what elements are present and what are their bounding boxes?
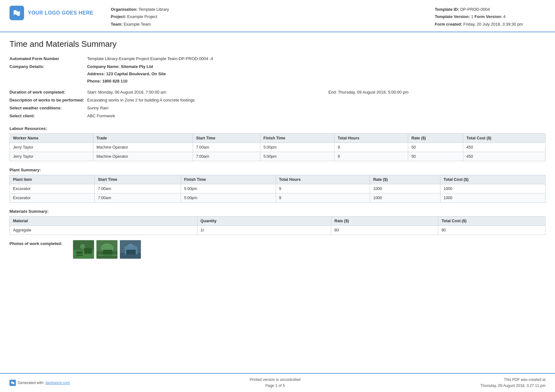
labour-cell-0-5: 50 <box>408 143 463 152</box>
main-content: Time and Materials Summary Automated For… <box>0 32 555 281</box>
labour-resources-title: Labour Resources: <box>9 126 546 131</box>
description-row: Description of works to be performed: Ex… <box>9 96 546 104</box>
labour-cell-0-3: 5:00pm <box>260 143 334 152</box>
plant-cell-1-1: 7:00am <box>95 193 181 203</box>
logo-text: YOUR LOGO GOES HERE <box>28 10 93 16</box>
plant-cell-0-2: 5:00pm <box>181 184 276 193</box>
plant-cell-0-3: 9 <box>276 184 370 193</box>
svg-rect-14 <box>126 250 136 254</box>
company-address: Address: 123 Capital Boulevard, On Site <box>87 71 542 76</box>
org-value: Template Library <box>139 7 169 12</box>
org-line: Organisation: Template Library <box>111 6 435 13</box>
photo-2-svg <box>97 240 118 259</box>
client-label: Select client: <box>9 112 87 120</box>
spacer-row <box>9 85 546 88</box>
labour-cell-1-0: Jerry Taylor <box>10 152 93 161</box>
template-id-line: Template ID: DP-PROD-0004 <box>435 6 546 13</box>
dashpivot-link[interactable]: dashpivot.com <box>45 381 70 385</box>
org-label: Organisation: <box>111 7 138 12</box>
footer-center: Printed version is uncontrolled Page 1 o… <box>250 377 301 389</box>
labour-col-rate: Rate ($) <box>408 134 463 143</box>
plant-cell-0-5: 1000 <box>440 184 545 193</box>
form-created-line: Form created: Friday, 20 July 2018, 3:39… <box>435 21 546 28</box>
logo-icon <box>9 6 24 20</box>
plant-col-cost: Total Cost ($) <box>440 175 545 184</box>
labour-col-cost: Total Cost ($) <box>463 134 546 143</box>
photo-3 <box>120 240 141 259</box>
form-version-value: 4 <box>503 14 506 19</box>
logo-section: YOUR LOGO GOES HERE <box>9 6 98 20</box>
labour-header-row: Worker Name Trade Start Time Finish Time… <box>10 134 546 143</box>
template-version-value: 1 <box>471 14 473 19</box>
labour-cell-1-2: 7:00am <box>193 152 260 161</box>
materials-col-cost: Total Cost ($) <box>438 217 546 226</box>
photos-images <box>73 240 141 259</box>
labour-col-start: Start Time <box>193 134 260 143</box>
plant-cell-1-0: Excavator <box>10 193 95 203</box>
plant-cell-0-4: 1000 <box>370 184 440 193</box>
labour-col-hours: Total Hours <box>334 134 408 143</box>
automated-form-number-row: Automated Form Number Template Library-E… <box>9 55 546 63</box>
logo-svg <box>12 8 22 18</box>
plant-header-row: Plant item Start Time Finish Time Total … <box>10 175 546 184</box>
plant-cell-1-5: 1000 <box>440 193 545 203</box>
plant-summary-table: Plant item Start Time Finish Time Total … <box>9 175 546 203</box>
project-line: Project: Example Project <box>111 13 435 20</box>
photo-3-svg <box>120 240 141 259</box>
plant-row-0: Excavator7:00am5:00pm910001000 <box>10 184 546 193</box>
project-value: Example Project <box>127 14 157 19</box>
company-phone: Phone: 1800 828 110 <box>87 79 542 83</box>
plant-row-1: Excavator7:00am5:00pm910001000 <box>10 193 546 203</box>
svg-rect-5 <box>75 254 94 255</box>
photo-1-svg <box>73 240 94 259</box>
footer-logo-svg <box>10 381 15 385</box>
company-details-row: Company Details: Company Name: Sitemate … <box>9 63 546 85</box>
footer-left: Generated with dashpivot.com <box>9 380 70 386</box>
template-version-label: Template Version: <box>435 14 470 19</box>
photos-section: Photos of work completed: <box>9 240 546 259</box>
client-value: ABC Formwork <box>87 112 546 120</box>
materials-summary-title: Materials Summary: <box>9 209 546 214</box>
labour-col-trade: Trade <box>93 134 193 143</box>
company-details-label: Company Details: <box>9 63 87 85</box>
labour-row-1: Jerry TaylorMachine Operator7:00am5:00pm… <box>10 152 546 161</box>
header-center-info: Organisation: Template Library Project: … <box>98 6 435 28</box>
footer-logo <box>9 380 16 386</box>
labour-cell-0-0: Jerry Taylor <box>10 143 93 152</box>
materials-col-rate: Rate ($) <box>331 217 438 226</box>
weather-value: Sunny Rain <box>87 104 546 112</box>
template-id-value: DP-PROD-0004 <box>460 7 490 12</box>
labour-cell-1-3: 5:00pm <box>260 152 334 161</box>
info-fields-table: Automated Form Number Template Library-E… <box>9 55 546 120</box>
plant-summary-title: Plant Summary: <box>9 168 546 172</box>
labour-cell-1-5: 50 <box>408 152 463 161</box>
plant-col-hours: Total Hours <box>276 175 370 184</box>
materials-summary-table: Material Quantity Rate ($) Total Cost ($… <box>9 216 546 235</box>
labour-cell-1-4: 9 <box>334 152 408 161</box>
labour-cell-1-1: Machine Operator <box>93 152 193 161</box>
team-line: Team: Example Team <box>111 21 435 28</box>
materials-header-row: Material Quantity Rate ($) Total Cost ($… <box>10 217 546 226</box>
footer-right: This PDF was created at Thursday, 09 Aug… <box>480 377 546 389</box>
description-label: Description of works to be performed: <box>9 96 87 104</box>
labour-cell-1-6: 450 <box>463 152 546 161</box>
duration-row: Duration of work completed: Start: Monda… <box>9 88 546 96</box>
labour-cell-0-2: 7:00am <box>193 143 260 152</box>
materials-col-quantity: Quantity <box>197 217 331 226</box>
version-line: Template Version: 1 Form Version: 4 <box>435 13 546 20</box>
labour-row-0: Jerry TaylorMachine Operator7:00am5:00pm… <box>10 143 546 152</box>
template-id-label: Template ID: <box>435 7 459 12</box>
materials-cell-0-1: 1t <box>197 226 331 235</box>
form-created-value: Friday, 20 July 2018, 3:39:30 pm <box>463 22 523 27</box>
duration-start: Start: Monday, 06 August 2018, 7:00:00 a… <box>87 88 328 96</box>
page-title: Time and Materials Summary <box>9 39 546 49</box>
page-number: Page 1 of 5 <box>250 383 301 389</box>
page-footer: Generated with dashpivot.com Printed ver… <box>0 373 555 392</box>
plant-cell-1-4: 1000 <box>370 193 440 203</box>
plant-col-start: Start Time <box>95 175 181 184</box>
description-value: Excavating works in Zone 2 for building … <box>87 96 546 104</box>
labour-cell-0-1: Machine Operator <box>93 143 193 152</box>
plant-cell-0-1: 7:00am <box>95 184 181 193</box>
automated-form-number-value: Template Library-Example Project-Example… <box>87 55 546 63</box>
plant-col-finish: Finish Time <box>181 175 276 184</box>
